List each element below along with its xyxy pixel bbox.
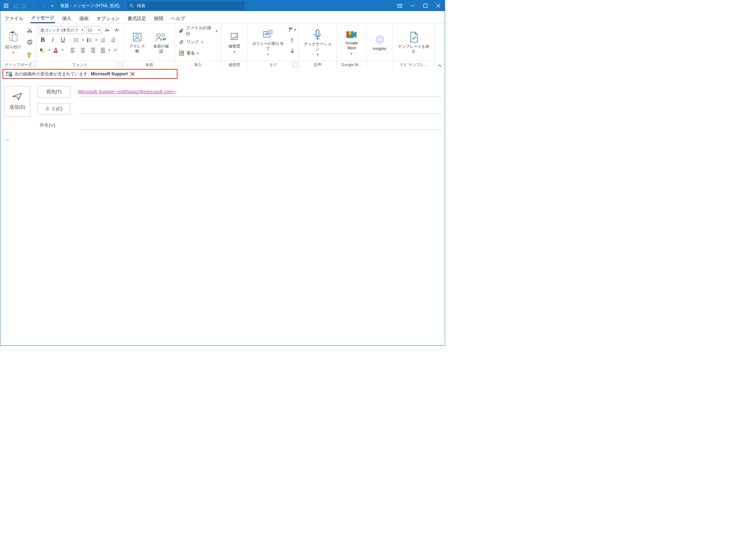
- send-button[interactable]: 送信(S): [5, 86, 30, 117]
- mailtip-recipient: Microsoft Support: [91, 71, 128, 76]
- svg-point-26: [162, 34, 165, 36]
- highlight-icon[interactable]: [39, 46, 47, 54]
- low-importance-icon[interactable]: [288, 47, 296, 55]
- attach-file-button[interactable]: ファイルの添付▾: [179, 27, 218, 35]
- align-left-icon[interactable]: [69, 46, 77, 54]
- svg-point-15: [74, 41, 75, 42]
- svg-rect-30: [265, 33, 269, 34]
- ribbon-display-options-icon[interactable]: [393, 0, 406, 11]
- link-button[interactable]: リンク▾: [179, 38, 218, 46]
- tab-format[interactable]: 書式設定: [127, 13, 147, 23]
- message-body[interactable]: ↵: [6, 137, 439, 142]
- tab-draw[interactable]: 描画: [79, 13, 89, 23]
- copy-icon[interactable]: [25, 38, 34, 47]
- dialog-launcher-icon[interactable]: [293, 62, 298, 67]
- paste-button[interactable]: 貼り付け ▾: [3, 25, 24, 61]
- ribbon: 貼り付け ▾ クリップボード 游ゴシック (本文のフ▾ 11▾ A▴ A▾ B …: [0, 24, 445, 68]
- high-importance-icon[interactable]: !: [288, 36, 296, 45]
- decrease-indent-icon[interactable]: [99, 36, 107, 44]
- font-name-combo[interactable]: 游ゴシック (本文のフ▾: [39, 26, 85, 34]
- cc-button[interactable]: Ｃ Ｃ(C): [38, 103, 70, 115]
- compose-header: 送信(S) 宛先(T) Microsoft Support <o365sup2@…: [5, 86, 440, 130]
- tab-message[interactable]: メッセージ: [30, 12, 55, 23]
- subject-field[interactable]: [80, 120, 440, 130]
- decrease-font-icon[interactable]: A▾: [113, 26, 121, 34]
- tab-insert[interactable]: 挿入: [61, 13, 72, 23]
- bullets-icon[interactable]: [72, 36, 81, 44]
- recipient-chip[interactable]: Microsoft Support <o365sup2@microsoft.co…: [78, 89, 175, 94]
- search-box[interactable]: [127, 1, 245, 10]
- svg-point-38: [9, 74, 12, 77]
- svg-point-36: [378, 38, 382, 41]
- chevron-down-icon: ▾: [13, 51, 14, 54]
- svg-point-13: [74, 38, 75, 39]
- tab-file[interactable]: ファイル: [4, 13, 24, 23]
- tab-review[interactable]: 校閲: [153, 13, 164, 23]
- maximize-button[interactable]: [419, 0, 432, 11]
- font-size-combo[interactable]: 11▾: [86, 26, 101, 34]
- svg-text:3: 3: [87, 40, 88, 42]
- format-painter-icon[interactable]: [25, 51, 34, 59]
- title-bar: ↑ ↓ ⏷ 無題 - メッセージ (HTML 形式): [0, 0, 445, 11]
- to-button[interactable]: 宛先(T): [38, 86, 70, 98]
- external-recipient-mailtip: i 次の組織外の受信者が含まれています: Microsoft Support: [3, 69, 178, 79]
- collapse-ribbon-button[interactable]: [434, 24, 445, 68]
- window-controls: [393, 0, 445, 11]
- show-templates-button[interactable]: テンプレートを表示: [395, 25, 432, 61]
- cut-icon[interactable]: [25, 26, 34, 35]
- group-templates: テンプレートを表示 マイ テンプレ…: [393, 24, 434, 68]
- svg-rect-19: [40, 51, 45, 52]
- group-clipboard: 貼り付け ▾ クリップボード: [0, 24, 36, 68]
- undo-icon[interactable]: [13, 3, 18, 9]
- increase-indent-icon[interactable]: [109, 36, 117, 44]
- check-names-button[interactable]: 名前の確認: [150, 25, 173, 61]
- bold-icon[interactable]: B: [39, 36, 47, 44]
- to-field[interactable]: Microsoft Support <o365sup2@microsoft.co…: [78, 87, 440, 97]
- minimize-button[interactable]: [406, 0, 419, 11]
- group-tags: ポリシーの割り当て ▾ ▾ ! タグ: [248, 24, 299, 68]
- signature-button[interactable]: 署名▾: [179, 49, 218, 57]
- sensitivity-button[interactable]: 秘密度 ▾: [224, 25, 245, 61]
- svg-rect-33: [316, 30, 319, 35]
- align-center-icon[interactable]: [79, 46, 87, 54]
- assign-policy-button[interactable]: ポリシーの割り当て ▾: [250, 25, 286, 61]
- paragraph-mark-icon: ↵: [6, 138, 9, 142]
- svg-rect-1: [5, 4, 6, 5]
- svg-point-35: [376, 36, 383, 43]
- dialog-launcher-icon[interactable]: [30, 62, 35, 67]
- align-right-icon[interactable]: [89, 46, 97, 54]
- svg-rect-7: [11, 31, 14, 33]
- font-color-icon[interactable]: A: [52, 46, 60, 54]
- qat-more-icon[interactable]: ⏷: [50, 3, 55, 9]
- insights-button[interactable]: Insights: [369, 25, 390, 61]
- svg-text:A: A: [114, 48, 116, 52]
- increase-font-icon[interactable]: A▴: [103, 26, 111, 34]
- search-input[interactable]: [136, 3, 245, 9]
- redo-icon[interactable]: [22, 3, 28, 9]
- search-icon: [129, 3, 134, 8]
- justify-icon[interactable]: [99, 46, 107, 54]
- remove-recipient-icon[interactable]: [130, 71, 135, 76]
- dictation-button[interactable]: ディクテーション ▾: [301, 25, 335, 61]
- group-google-meet: Google Meet ▾ Google M…: [337, 24, 366, 68]
- address-book-button[interactable]: アドレス帳: [126, 25, 149, 61]
- clear-formatting-icon[interactable]: A: [112, 46, 120, 54]
- follow-up-flag-icon[interactable]: ▾: [288, 25, 296, 34]
- save-icon[interactable]: [3, 3, 9, 9]
- svg-point-3: [130, 4, 132, 7]
- tab-options[interactable]: オプション: [96, 13, 120, 23]
- close-button[interactable]: [432, 0, 445, 11]
- tab-help[interactable]: ヘルプ: [170, 13, 186, 23]
- group-sensitivity: 秘密度 ▾ 秘密度: [221, 24, 248, 68]
- group-font: 游ゴシック (本文のフ▾ 11▾ A▴ A▾ B I U ▾ 123 ▾ ▾: [36, 24, 124, 68]
- cc-field[interactable]: [78, 104, 440, 114]
- group-include: ファイルの添付▾ リンク▾ 署名▾ 挿入: [175, 24, 221, 68]
- italic-icon[interactable]: I: [49, 36, 57, 44]
- up-arrow-icon[interactable]: ↑: [31, 3, 37, 9]
- down-arrow-icon[interactable]: ↓: [40, 3, 46, 9]
- svg-rect-21: [54, 51, 58, 52]
- dialog-launcher-icon[interactable]: [118, 62, 123, 67]
- numbering-icon[interactable]: 123: [85, 36, 94, 44]
- underline-icon[interactable]: U: [59, 36, 67, 44]
- google-meet-button[interactable]: Google Meet ▾: [339, 25, 364, 61]
